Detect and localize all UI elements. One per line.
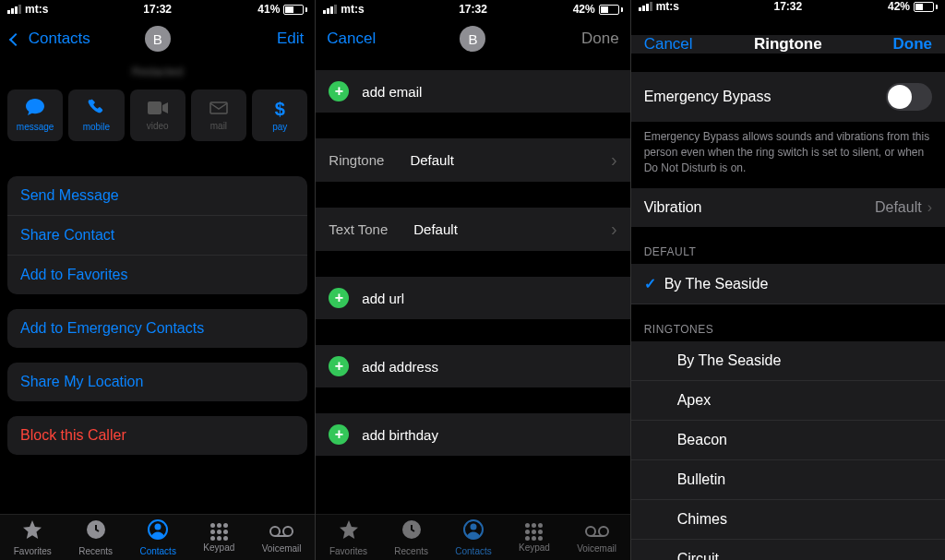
emergency-bypass-row[interactable]: Emergency Bypass [631, 72, 945, 122]
action-message[interactable]: message [7, 89, 63, 141]
add-address-row[interactable]: + add address [316, 345, 629, 387]
ringtone-name: Apex [677, 392, 711, 409]
tab-label: Favorites [14, 546, 52, 556]
svg-rect-1 [210, 102, 227, 113]
ringtone-name: Circuit [677, 551, 719, 560]
tab-favorites[interactable]: Favorites [329, 518, 367, 556]
favorites-icon [21, 518, 43, 544]
list-row[interactable]: Add to Emergency Contacts [7, 309, 307, 348]
tab-label: Recents [78, 546, 113, 556]
action-pay[interactable]: $pay [252, 89, 307, 141]
svg-point-5 [270, 527, 280, 536]
ringtone-default-row[interactable]: ✓ By The Seaside [631, 264, 945, 304]
texttone-row[interactable]: Text Tone Default › [316, 208, 629, 251]
list-row[interactable]: Send Message [7, 176, 307, 216]
add-email-label: add email [362, 84, 422, 100]
battery-percent: 41% [257, 3, 280, 16]
ringtone-name: Bulletin [677, 471, 725, 488]
svg-point-4 [155, 524, 161, 530]
avatar[interactable]: B [460, 26, 485, 52]
tab-favorites[interactable]: Favorites [14, 518, 52, 556]
voicemail-icon [269, 521, 294, 542]
mobile-icon [88, 99, 104, 120]
done-button[interactable]: Done [892, 35, 932, 54]
recents-icon [85, 518, 107, 544]
tab-contacts[interactable]: Contacts [455, 518, 491, 556]
clock: 17:32 [143, 3, 172, 16]
vibration-row[interactable]: Vibration Default › [631, 188, 945, 227]
ringtone-row[interactable]: By The Seaside [631, 341, 945, 381]
nav-bar: Contacts B Edit [0, 18, 315, 59]
tab-recents[interactable]: Recents [394, 518, 428, 556]
tab-keypad[interactable]: Keypad [519, 523, 550, 553]
edit-button[interactable]: Edit [277, 30, 304, 48]
svg-point-6 [283, 527, 293, 536]
plus-icon: + [329, 424, 349, 445]
action-mobile[interactable]: mobile [68, 89, 124, 141]
tab-label: Favorites [329, 546, 367, 556]
emergency-bypass-label: Emergency Bypass [644, 89, 772, 105]
add-url-row[interactable]: + add url [316, 277, 629, 319]
back-label: Contacts [29, 30, 90, 47]
ringtone-row[interactable]: Bulletin [631, 460, 945, 500]
ringtone-row[interactable]: Apex [631, 381, 945, 421]
status-bar: mt:s 17:32 41% [0, 0, 315, 18]
cancel-button[interactable]: Cancel [644, 35, 693, 54]
ringtone-name: Beacon [677, 432, 727, 448]
add-email-row[interactable]: + add email [316, 70, 629, 113]
ringtone-name: Chimes [677, 511, 727, 528]
tab-bar: FavoritesRecentsContactsKeypadVoicemail [316, 514, 629, 560]
tab-recents[interactable]: Recents [78, 518, 113, 556]
cancel-button[interactable]: Cancel [327, 30, 376, 48]
carrier-label: mt:s [341, 3, 364, 16]
add-birthday-label: add birthday [362, 427, 438, 443]
vibration-label: Vibration [644, 199, 702, 216]
list-group-1: Send MessageShare ContactAdd to Favorite… [7, 176, 307, 294]
tab-contacts[interactable]: Contacts [139, 518, 175, 556]
emergency-bypass-hint: Emergency Bypass allows sounds and vibra… [631, 122, 945, 188]
signal-icon [639, 2, 652, 11]
done-button[interactable]: Done [581, 30, 619, 48]
tab-keypad[interactable]: Keypad [203, 523, 234, 553]
tab-voicemail[interactable]: Voicemail [262, 521, 302, 554]
message-icon [26, 99, 44, 120]
modal-title: Ringtone [754, 35, 822, 54]
tab-bar: FavoritesRecentsContactsKeypadVoicemail [0, 514, 315, 560]
list-row[interactable]: Share Contact [7, 216, 307, 256]
list-row[interactable]: Add to Favorites [7, 256, 307, 294]
screen-contact-card: mt:s 17:32 41% Contacts B Edit Redacted … [0, 0, 315, 560]
vibration-value: Default [875, 199, 922, 216]
checkmark-icon: ✓ [644, 275, 664, 292]
chevron-right-icon: › [611, 149, 617, 171]
list-row[interactable]: Block this Caller [7, 416, 307, 455]
battery-icon [283, 5, 307, 15]
chevron-right-icon: › [611, 219, 617, 240]
keypad-icon [525, 523, 543, 541]
list-row[interactable]: Share My Location [7, 363, 307, 401]
svg-point-10 [471, 524, 477, 530]
mail-icon [209, 100, 228, 119]
action-video: video [130, 89, 185, 141]
list-group-2: Add to Emergency Contacts [7, 309, 307, 348]
back-button[interactable]: Contacts [11, 30, 90, 48]
add-address-label: add address [362, 359, 438, 375]
ringtone-row[interactable]: Beacon [631, 421, 945, 460]
tab-voicemail[interactable]: Voicemail [577, 521, 616, 554]
ringtone-row[interactable]: Circuit [631, 540, 945, 560]
carrier-label: mt:s [656, 0, 679, 13]
ringtone-row[interactable]: Chimes [631, 500, 945, 540]
svg-point-12 [599, 527, 608, 536]
screen-edit-contact: mt:s 17:32 42% Cancel B Done + add email… [315, 0, 629, 560]
texttone-label: Text Tone [329, 221, 388, 237]
ringtone-name: By The Seaside [664, 276, 769, 292]
add-birthday-row[interactable]: + add birthday [316, 413, 629, 456]
modal-nav-bar: Cancel Ringtone Done [631, 35, 945, 54]
ringtone-row[interactable]: Ringtone Default › [316, 138, 629, 182]
contact-name: Redacted [0, 65, 315, 78]
status-bar: mt:s 17:32 42% [631, 0, 945, 13]
toggle-switch[interactable] [886, 83, 932, 111]
signal-icon [323, 5, 337, 14]
avatar[interactable]: B [145, 26, 171, 52]
section-header-ringtones: RINGTONES [631, 304, 945, 341]
action-label: mobile [83, 122, 110, 132]
